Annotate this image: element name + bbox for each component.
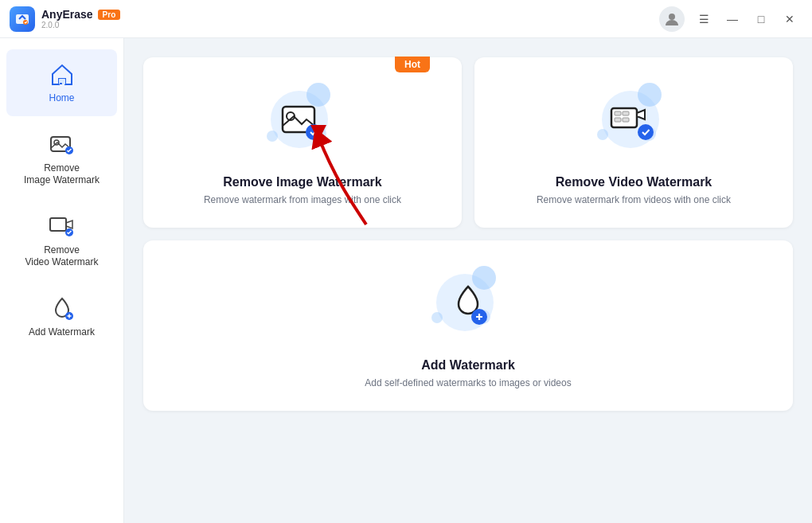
app-name-text: AnyErase xyxy=(41,8,93,21)
svg-rect-19 xyxy=(615,118,621,122)
sidebar-item-remove-image-label: RemoveImage Watermark xyxy=(24,162,100,187)
home-icon xyxy=(48,60,76,89)
title-left: AnyErase Pro 2.0.0 xyxy=(10,6,120,32)
add-watermark-icon xyxy=(48,295,76,323)
sidebar-item-add-watermark[interactable]: Add Watermark xyxy=(6,283,117,350)
pro-badge: Pro xyxy=(98,10,121,20)
maximize-button[interactable]: □ xyxy=(748,6,774,32)
app-version: 2.0.0 xyxy=(41,21,120,29)
sidebar-item-remove-video[interactable]: RemoveVideo Watermark xyxy=(6,201,117,280)
remove-image-card[interactable]: Hot xyxy=(143,57,462,228)
title-right: ☰ — □ ✕ xyxy=(659,6,802,32)
svg-point-1 xyxy=(23,20,28,25)
user-icon-button[interactable] xyxy=(659,6,685,32)
remove-video-card-icon-area xyxy=(594,83,673,162)
remove-video-card[interactable]: Remove Video Watermark Remove watermark … xyxy=(474,57,793,228)
sidebar-item-remove-image[interactable]: RemoveImage Watermark xyxy=(6,119,117,198)
add-watermark-card-desc: Add self-defined watermarks to images or… xyxy=(365,377,571,388)
close-button[interactable]: ✕ xyxy=(777,6,802,32)
svg-rect-17 xyxy=(615,111,621,115)
content-area: Hot xyxy=(124,38,812,523)
sidebar-item-home[interactable]: Home xyxy=(6,49,117,116)
app-logo xyxy=(10,6,35,32)
svg-point-2 xyxy=(669,14,675,20)
svg-rect-18 xyxy=(623,111,629,115)
remove-image-card-icon-area xyxy=(263,83,342,162)
remove-video-icon xyxy=(48,213,76,241)
menu-button[interactable]: ☰ xyxy=(691,6,716,32)
sidebar-item-add-watermark-label: Add Watermark xyxy=(29,326,95,339)
app-name: AnyErase Pro xyxy=(41,8,120,21)
sidebar: Home RemoveImage Watermark xyxy=(0,38,124,523)
main-layout: Home RemoveImage Watermark xyxy=(0,38,812,523)
add-watermark-card[interactable]: Add Watermark Add self-defined watermark… xyxy=(143,240,793,411)
minimize-button[interactable]: — xyxy=(720,6,745,32)
hot-badge: Hot xyxy=(395,57,430,72)
sidebar-item-remove-video-label: RemoveVideo Watermark xyxy=(25,244,98,269)
remove-video-card-title: Remove Video Watermark xyxy=(556,175,712,189)
svg-rect-8 xyxy=(50,218,66,231)
title-bar: AnyErase Pro 2.0.0 ☰ — □ ✕ xyxy=(0,0,812,38)
sidebar-item-home-label: Home xyxy=(49,92,74,105)
app-name-group: AnyErase Pro 2.0.0 xyxy=(41,8,120,29)
remove-image-icon xyxy=(48,131,76,159)
svg-rect-20 xyxy=(623,118,629,122)
add-watermark-card-title: Add Watermark xyxy=(421,358,515,373)
remove-image-card-desc: Remove watermark from images with one cl… xyxy=(204,194,401,205)
remove-video-card-desc: Remove watermark from videos with one cl… xyxy=(537,194,731,205)
svg-point-21 xyxy=(638,124,654,140)
remove-image-card-title: Remove Image Watermark xyxy=(223,175,382,189)
add-watermark-card-icon-area xyxy=(428,266,508,345)
svg-rect-4 xyxy=(60,83,62,84)
svg-point-13 xyxy=(306,124,322,140)
